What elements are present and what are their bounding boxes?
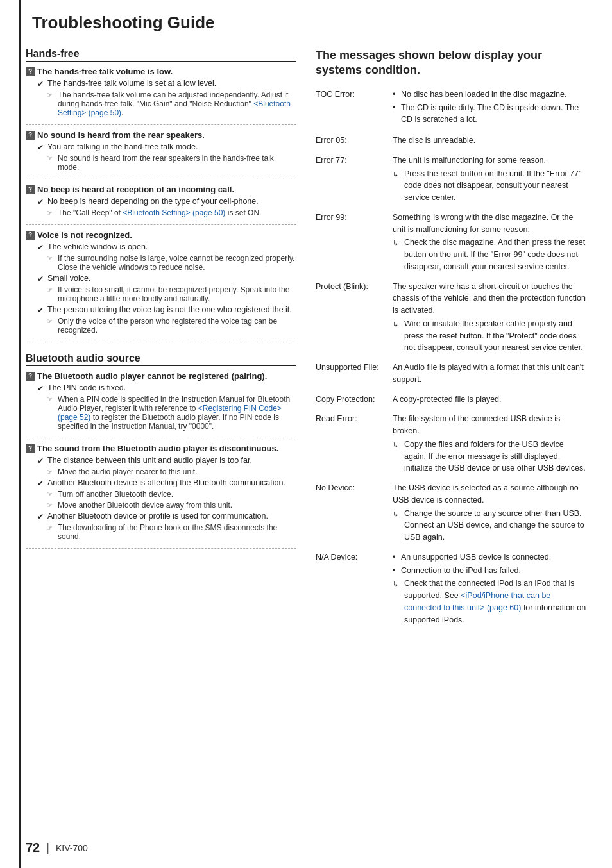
note-item: ☞ Move the audio player nearer to this u…	[46, 467, 296, 476]
error-label-05: Error 05:	[316, 135, 393, 145]
checkmark-icon: ✔	[37, 512, 45, 521]
check-item: ✔ Small voice.	[37, 274, 296, 283]
error-desc-unsupported: An Audio file is played with a format th…	[393, 362, 586, 386]
problem-hf3: ? No beep is heard at reception of an in…	[26, 185, 296, 225]
arrow-icon: ↳	[393, 579, 402, 590]
error-row-unsupported: Unsupported File: An Audio file is playe…	[316, 362, 586, 386]
check-item: ✔ No beep is heard depending on the type…	[37, 197, 296, 206]
checkmark-icon: ✔	[37, 243, 45, 252]
problem-hf2-title: ? No sound is heard from the rear speake…	[26, 130, 296, 140]
arrow-icon: ↳	[393, 509, 402, 520]
problem-hf4: ? Voice is not recognized. ✔ The vehicle…	[26, 230, 296, 342]
error-desc-nodevice: The USB device is selected as a source a…	[393, 482, 586, 544]
note-item: ☞ The hands-free talk volume can be adju…	[46, 90, 296, 117]
error-desc-protect: The speaker wire has a short-circuit or …	[393, 281, 586, 355]
right-section-title: The messages shown below display your sy…	[316, 48, 586, 78]
note-item: ☞ Only the voice of the person who regis…	[46, 317, 296, 335]
error-desc-nadevice: • An unsupported USB device is connected…	[393, 551, 586, 626]
checkmark-icon: ✔	[37, 274, 45, 283]
check-item: ✔ The person uttering the voice tag is n…	[37, 305, 296, 315]
note-item: ☞ When a PIN code is specified in the In…	[46, 395, 296, 431]
error-label-77: Error 77:	[316, 154, 393, 165]
note-icon: ☞	[46, 91, 55, 99]
error-desc-copy: A copy-protected file is played.	[393, 394, 586, 406]
error-desc-99: Something is wrong with the disc magazin…	[393, 212, 586, 273]
action-item: ↳ Check that the connected iPod is an iP…	[393, 578, 586, 626]
check-item: ✔ You are talking in the hand-free talk …	[37, 142, 296, 152]
error-row-nodevice: No Device: The USB device is selected as…	[316, 482, 586, 544]
problem-hf1: ? The hands-free talk volume is low. ✔ T…	[26, 67, 296, 125]
note-icon: ☞	[46, 255, 55, 263]
note-item: ☞ The downloading of the Phone book or t…	[46, 523, 296, 541]
error-row-77: Error 77: The unit is malfunctioning for…	[316, 154, 586, 204]
arrow-icon: ↳	[393, 440, 402, 451]
checkmark-icon: ✔	[37, 456, 45, 465]
footer-bar: 72 | KIV-700	[26, 840, 586, 855]
call-beep-link[interactable]: <Bluetooth Setting> (page 50)	[123, 208, 225, 217]
error-label-copy: Copy Protection:	[316, 394, 393, 404]
problem-hf4-title: ? Voice is not recognized.	[26, 230, 296, 240]
error-table: TOC Error: • No disc has been loaded in …	[316, 88, 586, 626]
note-icon: ☞	[46, 286, 55, 294]
bullet-item: • An unsupported USB device is connected…	[393, 551, 586, 563]
question-icon: ?	[26, 67, 35, 76]
footer-separator: |	[46, 841, 49, 855]
footer-model: KIV-700	[56, 843, 88, 853]
check-item: ✔ Another Bluetooth device is affecting …	[37, 478, 296, 488]
error-row-copy: Copy Protection: A copy-protected file i…	[316, 394, 586, 406]
note-icon: ☞	[46, 490, 55, 499]
action-item: ↳ Wire or insulate the speaker cable pro…	[393, 318, 586, 354]
note-icon: ☞	[46, 154, 55, 163]
bullet-icon: •	[393, 88, 399, 101]
action-item: ↳ Change the source to any source other …	[393, 508, 586, 544]
error-label-read: Read Error:	[316, 413, 393, 423]
check-item: ✔ The vehicle window is open.	[37, 242, 296, 252]
error-label-unsupported: Unsupported File:	[316, 362, 393, 372]
note-icon: ☞	[46, 501, 55, 510]
bluetooth-setting-link[interactable]: <Bluetooth Setting> (page 50)	[58, 99, 291, 117]
page: Troubleshooting Guide Hands-free ? The h…	[0, 0, 612, 868]
note-icon: ☞	[46, 396, 55, 404]
bullet-item: • No disc has been loaded in the disc ma…	[393, 88, 586, 101]
action-item: ↳ Check the disc magazine. And then pres…	[393, 237, 586, 272]
footer-page-number: 72	[26, 840, 40, 855]
arrow-icon: ↳	[393, 319, 402, 330]
check-item: ✔ The PIN code is fixed.	[37, 383, 296, 393]
arrow-icon: ↳	[393, 238, 402, 249]
error-row-nadevice: N/A Device: • An unsupported USB device …	[316, 551, 586, 626]
checkmark-icon: ✔	[37, 306, 45, 315]
arrow-icon: ↳	[393, 169, 402, 180]
error-desc-05: The disc is unreadable.	[393, 135, 586, 147]
main-content: Hands-free ? The hands-free talk volume …	[26, 48, 586, 633]
error-label-nadevice: N/A Device:	[316, 551, 393, 562]
question-icon: ?	[26, 372, 35, 381]
check-item: ✔ Another Bluetooth device or profile is…	[37, 512, 296, 521]
error-label-toc: TOC Error:	[316, 88, 393, 99]
error-label-99: Error 99:	[316, 212, 393, 222]
checkmark-icon: ✔	[37, 479, 45, 488]
problem-bt1: ? The Bluetooth audio player cannot be r…	[26, 371, 296, 438]
register-pin-link[interactable]: <Registering PIN Code> (page 52)	[58, 404, 282, 422]
section-title-bluetooth-audio: Bluetooth audio source	[26, 353, 296, 366]
problem-hf2: ? No sound is heard from the rear speake…	[26, 130, 296, 179]
error-desc-77: The unit is malfunctioning for some reas…	[393, 154, 586, 204]
checkmark-icon: ✔	[37, 384, 45, 393]
problem-hf3-title: ? No beep is heard at reception of an in…	[26, 185, 296, 194]
page-title: Troubleshooting Guide	[26, 13, 586, 33]
ipod-iphone-link[interactable]: <iPod/iPhone that can be connected to th…	[404, 591, 550, 612]
note-icon: ☞	[46, 317, 55, 326]
checkmark-icon: ✔	[37, 143, 45, 152]
bullet-item: • Connection to the iPod has failed.	[393, 565, 586, 577]
problem-bt2: ? The sound from the Bluetooth audio pla…	[26, 444, 296, 549]
problem-bt2-title: ? The sound from the Bluetooth audio pla…	[26, 444, 296, 453]
right-column: The messages shown below display your sy…	[316, 48, 586, 633]
question-icon: ?	[26, 131, 35, 140]
action-item: ↳ Press the reset button on the unit. If…	[393, 168, 586, 204]
left-border-decoration	[19, 0, 21, 868]
bullet-icon: •	[393, 551, 399, 563]
error-desc-read: The file system of the connected USB dev…	[393, 413, 586, 474]
note-item: ☞ If the surrounding noise is large, voi…	[46, 254, 296, 272]
note-icon: ☞	[46, 524, 55, 532]
checkmark-icon: ✔	[37, 197, 45, 206]
question-icon: ?	[26, 444, 35, 453]
